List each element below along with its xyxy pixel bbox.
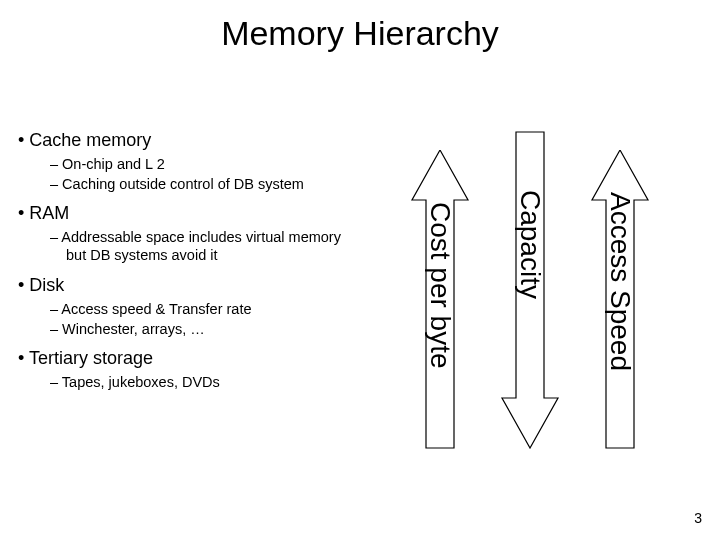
arrow-cost: Cost per byte: [410, 150, 470, 450]
bullet-cache: Cache memory: [18, 130, 358, 151]
arrow-label-capacity: Capacity: [514, 190, 546, 299]
arrow-speed: Access Speed: [590, 150, 650, 450]
bullet-disk: Disk: [18, 275, 358, 296]
sub-bullet: Access speed & Transfer rate: [50, 300, 358, 318]
arrow-label-cost: Cost per byte: [424, 202, 456, 369]
bullet-tertiary: Tertiary storage: [18, 348, 358, 369]
bullet-list: Cache memory On-chip and L 2 Caching out…: [18, 130, 358, 401]
sub-bullet: Addressable space includes virtual memor…: [50, 228, 358, 264]
bullet-ram: RAM: [18, 203, 358, 224]
slide-title: Memory Hierarchy: [0, 0, 720, 53]
arrow-capacity: Capacity: [500, 130, 560, 450]
sub-bullet: Tapes, jukeboxes, DVDs: [50, 373, 358, 391]
sub-bullet: On-chip and L 2: [50, 155, 358, 173]
page-number: 3: [694, 510, 702, 526]
arrows-diagram: Cost per byte Capacity Access Speed: [390, 150, 700, 460]
sub-bullet: Caching outside control of DB system: [50, 175, 358, 193]
arrow-label-speed: Access Speed: [604, 192, 636, 371]
sub-bullet: Winchester, arrays, …: [50, 320, 358, 338]
